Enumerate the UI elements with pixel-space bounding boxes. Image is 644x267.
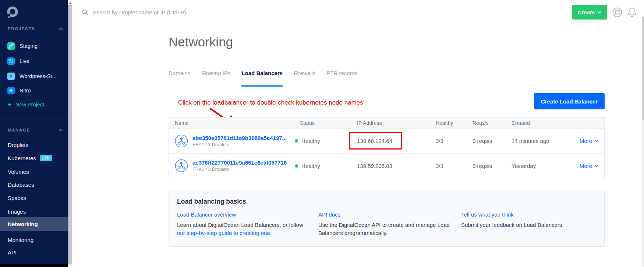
created-time: Yesterday	[512, 163, 577, 169]
requests-rate: 0 reqs/s	[473, 138, 512, 144]
sidebar-item-nitro[interactable]: Nitro	[7, 87, 31, 94]
page-scrollbar[interactable]	[642, 17, 644, 267]
healthy-count: 3/3	[436, 138, 473, 144]
sidebar-item-monitoring[interactable]: Monitoring	[0, 235, 68, 244]
manage-section-header[interactable]: MANAGE	[8, 128, 63, 132]
basics-column-overview: Load Balancer overview Learn about Digit…	[177, 211, 314, 237]
projects-section-header[interactable]: PROJECTS	[8, 27, 63, 31]
sidebar-divider	[0, 119, 68, 119]
column-header-created: Created	[512, 120, 577, 126]
bottom-black-strip	[0, 264, 68, 267]
manage-label: Networking	[8, 221, 38, 227]
load-balancer-icon	[175, 134, 188, 148]
global-search[interactable]	[82, 0, 413, 25]
load-balancer-name-link[interactable]: abe350e05781d11e9b3689a5c4197...	[192, 135, 287, 141]
digitalocean-control-panel: PROJECTS Staging Live Wordpress-St...	[0, 0, 644, 267]
more-menu-button[interactable]: More	[577, 163, 604, 169]
column-header-status: Status	[300, 120, 357, 126]
manage-label: Databases	[8, 182, 34, 188]
sidebar-item-images[interactable]: Images	[0, 207, 68, 216]
sidebar-item-databases[interactable]: Databases	[0, 180, 68, 189]
project-label: Live	[20, 58, 29, 64]
created-time: 14 minutes ago	[512, 138, 577, 144]
project-live-icon	[7, 57, 15, 65]
basics-column-api: API docs Use the DigitalOcean API to cre…	[318, 211, 455, 237]
chevron-down-icon	[597, 11, 601, 14]
tabs-divider	[169, 86, 605, 86]
more-menu-button[interactable]: More	[577, 138, 604, 144]
load-balancing-basics-card: Load balancing basics Load Balancer over…	[169, 190, 605, 247]
more-label: More	[580, 163, 592, 169]
manage-header-label: MANAGE	[8, 128, 30, 132]
chevron-down-icon	[594, 140, 598, 142]
load-balancer-icon	[175, 159, 188, 172]
load-balancer-name-link[interactable]: ae376ff22770011e9a651e6eaf057716	[192, 159, 287, 166]
tab-load-balancers[interactable]: Load Balancers	[241, 70, 283, 87]
project-wordpress-icon	[7, 73, 15, 80]
column-header-name: Name	[169, 120, 300, 126]
project-label: Wordpress-St...	[20, 73, 56, 79]
sidebar-item-live[interactable]: Live	[7, 57, 29, 65]
feedback-link[interactable]: Tell us what you think	[461, 211, 598, 218]
page-scrollbar-thumb[interactable]	[642, 17, 644, 120]
topbar: Create	[72, 0, 644, 25]
status-label: Healthy	[301, 163, 320, 169]
manage-label: Droplets	[8, 142, 28, 148]
more-label: More	[580, 138, 592, 144]
ip-highlight-box	[349, 132, 402, 150]
table-header-row: Name Status IP Address Healthy Reqs/s Cr…	[169, 117, 604, 129]
column-header-reqs: Reqs/s	[473, 120, 512, 126]
sidebar-item-volumes[interactable]: Volumes	[0, 167, 68, 176]
create-button[interactable]: Create	[572, 5, 607, 20]
manage-label: Volumes	[8, 169, 29, 175]
sidebar: PROJECTS Staging Live Wordpress-St...	[0, 0, 68, 267]
load-balancer-meta: FRA1 / 3 Droplets	[192, 142, 287, 147]
chevron-down-icon	[594, 165, 598, 167]
chevron-up-icon	[59, 129, 63, 131]
new-project-button[interactable]: + New Project	[8, 101, 44, 108]
basics-text: Use the DigitalOcean API to create and m…	[318, 222, 450, 236]
sidebar-item-spaces[interactable]: Spaces	[0, 193, 68, 202]
ip-address: 139.59.206.83	[357, 163, 436, 169]
project-staging-icon	[7, 42, 15, 50]
sidebar-item-networking[interactable]: Networking	[0, 217, 68, 231]
load-balancer-meta: FRA1 / 3 Droplets	[192, 167, 287, 172]
search-input[interactable]	[93, 9, 402, 15]
sidebar-item-droplets[interactable]: Droplets	[0, 140, 68, 149]
sidebar-item-staging[interactable]: Staging	[7, 42, 38, 50]
sidebar-item-wordpress[interactable]: Wordpress-St...	[7, 73, 56, 80]
tab-ptr-records[interactable]: PTR records	[326, 70, 357, 87]
manage-label: Spaces	[8, 195, 26, 201]
healthy-status-dot	[295, 139, 298, 143]
digitalocean-logo-icon[interactable]	[6, 6, 19, 20]
step-by-step-guide-link[interactable]: our step-by-step guide to creating one.	[177, 230, 272, 236]
basics-text: Learn about DigitalOcean Load Balancers,…	[177, 222, 303, 228]
healthy-count: 3/3	[436, 163, 473, 169]
manage-label: Kubernetes	[8, 155, 36, 161]
annotation-text: Click on the loadbalancer to double-chec…	[178, 99, 363, 106]
project-nitro-icon	[7, 87, 15, 94]
status-label: Healthy	[301, 138, 320, 144]
scrollbar-thumb[interactable]	[68, 5, 72, 264]
manage-label: Monitoring	[8, 237, 33, 243]
sidebar-item-kubernetes[interactable]: Kubernetes LTD	[0, 154, 68, 162]
tab-firewalls[interactable]: Firewalls	[294, 70, 315, 87]
create-load-balancer-button[interactable]: Create Load Balancer	[534, 93, 605, 109]
healthy-status-dot	[295, 164, 298, 168]
notifications-bell-icon[interactable]	[627, 6, 637, 20]
sidebar-item-api[interactable]: API	[0, 248, 68, 257]
ltd-badge: LTD	[40, 155, 52, 161]
search-icon	[82, 9, 88, 15]
scroll-up-arrow-icon[interactable]: ▲	[68, 0, 72, 5]
tab-floating-ips[interactable]: Floating IPs	[201, 70, 230, 87]
api-docs-link[interactable]: API docs	[318, 211, 455, 218]
basics-text: Submit your feedback on Load Balancers.	[461, 222, 564, 228]
table-row[interactable]: ae376ff22770011e9a651e6eaf057716 FRA1 / …	[169, 153, 604, 178]
manage-label: Images	[8, 208, 26, 215]
load-balancer-overview-link[interactable]: Load Balancer overview	[177, 211, 314, 218]
tab-domains[interactable]: Domains	[169, 70, 190, 87]
page-title: Networking	[169, 35, 233, 49]
column-header-healthy: Healthy	[436, 120, 473, 126]
help-lifebuoy-icon[interactable]	[612, 7, 623, 20]
sidebar-scrollbar[interactable]: ▲	[68, 0, 72, 267]
